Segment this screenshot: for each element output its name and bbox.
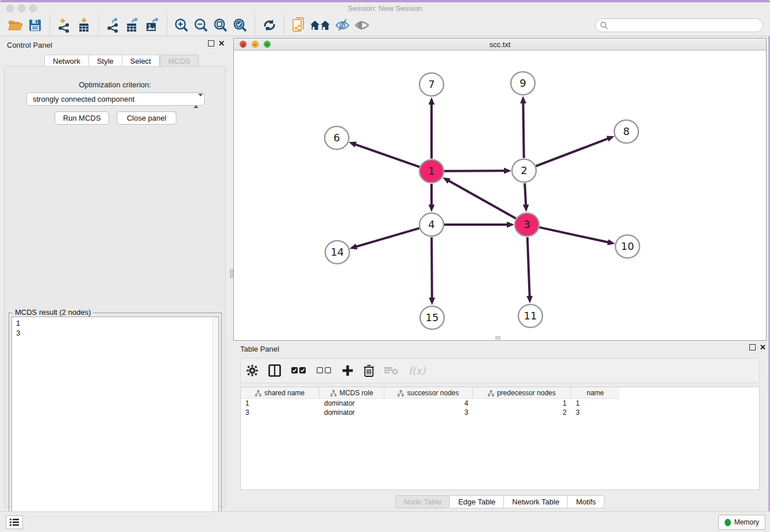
node-2[interactable]: 2 [512, 159, 536, 182]
function-builder-icon: f(x) [409, 365, 425, 376]
close-panel-button[interactable]: Close panel [117, 111, 176, 125]
float-panel-icon[interactable] [208, 40, 214, 47]
close-network-icon[interactable]: x [240, 41, 247, 48]
close-table-panel-icon[interactable]: ✕ [760, 343, 766, 352]
table-settings-gear-icon[interactable] [247, 365, 258, 376]
column-header-mcds-role[interactable]: MCDS role [319, 387, 384, 399]
apply-layout-icon[interactable] [260, 16, 279, 34]
cell-name: 3 [571, 408, 619, 417]
node-label: 4 [428, 218, 434, 230]
zoom-selected-icon[interactable] [230, 16, 250, 34]
memory-label: Memory [734, 518, 759, 526]
mcds-result-title: MCDS result (2 nodes) [13, 308, 93, 317]
run-mcds-button[interactable]: Run MCDS [55, 111, 109, 125]
node-10[interactable]: 10 [615, 235, 640, 258]
clone-network-icon[interactable] [289, 16, 309, 34]
toolbar-separator [49, 16, 50, 35]
column-header-successor-nodes[interactable]: successor nodes [384, 387, 473, 399]
unselect-all-columns-icon[interactable] [317, 367, 332, 374]
mcds-result-textarea[interactable]: 1 3 [11, 317, 219, 527]
node-4[interactable]: 4 [419, 213, 444, 236]
task-history-button[interactable] [6, 515, 23, 529]
zoom-fit-icon[interactable] [211, 16, 230, 34]
hide-panels-icon[interactable] [333, 16, 352, 34]
node-9[interactable]: 9 [511, 72, 535, 95]
show-graphics-details-icon[interactable] [352, 16, 372, 34]
node-label: 15 [426, 311, 439, 323]
edge-1-2[interactable] [444, 171, 505, 171]
column-header-predecessor-nodes[interactable]: predecessor nodes [473, 387, 571, 399]
edge-3-10[interactable] [539, 228, 608, 242]
import-table-icon[interactable] [74, 16, 94, 34]
cell-mcds-role: dominator [319, 408, 384, 417]
tab-edge-table[interactable]: Edge Table [450, 495, 504, 508]
tab-motifs[interactable]: Motifs [568, 495, 605, 508]
edge-4-15[interactable] [432, 237, 432, 298]
tab-network-table[interactable]: Network Table [504, 495, 568, 508]
zoom-window-button[interactable] [29, 5, 37, 12]
edge-2-9[interactable] [523, 103, 523, 158]
cell-name: 1 [571, 399, 619, 408]
edge-4-14[interactable] [356, 228, 419, 246]
show-columns-icon[interactable] [268, 364, 281, 377]
edge-3-1[interactable] [449, 181, 516, 219]
tab-node-table[interactable]: Node Table [395, 495, 451, 508]
open-file-icon[interactable] [6, 16, 25, 34]
minimize-window-button[interactable] [18, 5, 25, 12]
network-window-titlebar[interactable]: x − + scc.txt [234, 38, 766, 51]
edge-2-8[interactable] [536, 138, 609, 166]
export-network-icon[interactable] [103, 16, 123, 34]
column-header-shared-name[interactable]: shared name [241, 387, 319, 399]
select-all-columns-icon[interactable] [291, 367, 306, 374]
result-line: 1 [16, 318, 218, 328]
table-row[interactable]: 1 dominator 4 1 1 [241, 399, 759, 408]
column-type-icon [330, 390, 337, 396]
zoom-out-icon[interactable] [191, 16, 211, 34]
search-input[interactable] [595, 18, 763, 32]
node-3[interactable]: 3 [515, 213, 539, 236]
network-canvas[interactable]: 7968124314101511 [234, 51, 766, 340]
export-image-icon[interactable] [143, 16, 162, 34]
cell-shared-name: 1 [241, 399, 319, 408]
float-table-panel-icon[interactable] [749, 344, 756, 350]
node-label: 11 [524, 310, 537, 322]
search-field[interactable] [595, 18, 763, 32]
dropdown-stepper-icon [194, 95, 199, 104]
edge-1-6[interactable] [355, 144, 419, 167]
main-toolbar [0, 15, 770, 36]
edge-3-11[interactable] [528, 237, 530, 296]
edge-2-3[interactable] [525, 183, 526, 205]
node-15[interactable]: 15 [420, 306, 444, 329]
create-column-plus-icon[interactable] [342, 365, 353, 376]
canvas-scroll-thumb[interactable] [495, 336, 500, 340]
export-table-icon[interactable] [123, 16, 143, 34]
minimize-network-icon[interactable]: − [252, 41, 259, 48]
node-table[interactable]: shared name MCDS role successor nodes pr… [240, 387, 760, 490]
node-14[interactable]: 14 [325, 241, 349, 264]
node-6[interactable]: 6 [325, 126, 349, 149]
import-network-icon[interactable] [55, 16, 74, 34]
node-7[interactable]: 7 [419, 73, 444, 96]
node-label: 14 [331, 246, 344, 258]
close-window-button[interactable] [6, 5, 14, 12]
result-scrollbar[interactable] [213, 317, 218, 526]
criterion-dropdown[interactable]: strongly connected component [26, 92, 205, 106]
table-toolbar: f(x) [240, 358, 760, 383]
traffic-lights[interactable] [6, 5, 41, 14]
titlebar: Session: New Session [0, 2, 770, 15]
memory-button[interactable]: Memory [718, 515, 765, 530]
node-8[interactable]: 8 [614, 120, 638, 143]
table-row[interactable]: 3 dominator 3 2 3 [241, 408, 759, 417]
delete-column-trash-icon[interactable] [364, 364, 374, 377]
close-panel-icon[interactable]: ✕ [218, 39, 225, 48]
maximize-network-icon[interactable]: + [264, 41, 271, 48]
save-session-icon[interactable] [25, 16, 45, 34]
show-all-panels-icon[interactable] [309, 16, 333, 34]
node-1[interactable]: 1 [419, 160, 444, 183]
zoom-in-icon[interactable] [172, 16, 191, 34]
column-header-name[interactable]: name [571, 387, 619, 399]
node-11[interactable]: 11 [518, 304, 542, 327]
node-label: 9 [519, 77, 526, 89]
criterion-value: strongly connected component [33, 95, 134, 103]
cell-shared-name: 3 [241, 408, 319, 417]
